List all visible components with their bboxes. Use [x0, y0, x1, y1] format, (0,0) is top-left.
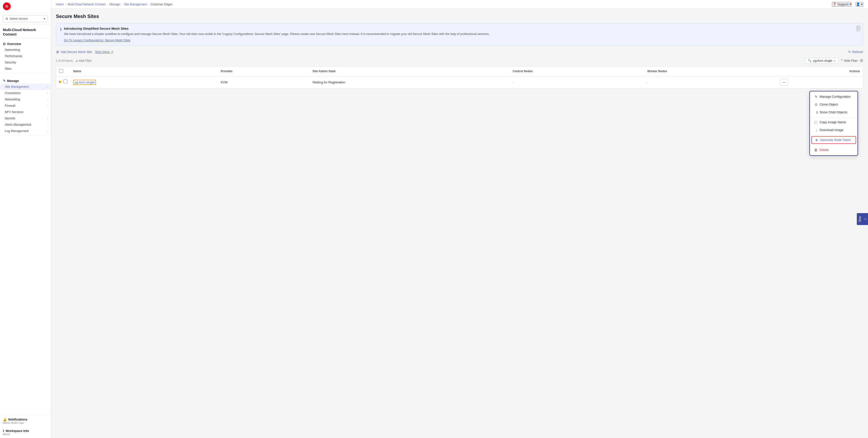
hide-filter-button[interactable]: ⌃ Hide Filter	[840, 59, 858, 63]
table-row: ▶ pg-kvm-single KVM Waiting for Registra…	[56, 76, 863, 88]
breadcrumb-current: Customer Edges	[151, 3, 173, 6]
sidebar-item-firewall[interactable]: Firewall ›	[0, 103, 51, 109]
worker-nodes-column-header: Worker Nodes	[645, 67, 777, 76]
filter-tag: 🔍 pg-kvm-single ×	[805, 58, 838, 64]
sidebar-item-sites[interactable]: Sites	[0, 66, 51, 72]
help-button[interactable]: ? Help	[857, 213, 868, 225]
chevron-up-icon: ⌃	[840, 59, 843, 63]
add-filter-button[interactable]: ⊿ Add Filter	[75, 59, 92, 63]
dropdown-copy-image-name[interactable]: ⬚ Copy Image Name	[810, 119, 858, 126]
row-provider-cell: KVM	[218, 76, 310, 88]
external-link-icon: ↗	[111, 50, 113, 54]
action-bar-right: ↻ Refresh	[848, 50, 863, 54]
sidebar-workspace-info[interactable]: ℹ Workspace Info About	[0, 427, 51, 438]
sidebar-notifications[interactable]: 🔔 Notifications Alerts, Audit Logs	[0, 415, 51, 427]
download-icon: ↓	[814, 128, 818, 132]
actions-column-header: Actions	[777, 67, 863, 76]
dropdown-clone-object[interactable]: ⊙ Clone Object	[810, 101, 858, 108]
action-bar: ⊕ Add Secure Mesh Site Tech Docs ↗ ↻ Ref…	[56, 49, 863, 54]
add-secure-mesh-site-button[interactable]: ⊕ Add Secure Mesh Site	[56, 49, 92, 54]
breadcrumb-sep-3: ›	[121, 3, 122, 6]
overview-header: ⊡ Overview	[0, 40, 51, 47]
dropdown-separator-3	[810, 145, 858, 145]
user-button[interactable]: 👤 ▾	[856, 2, 863, 6]
refresh-icon: ↻	[848, 50, 851, 54]
chevron-down-icon: ▾	[44, 17, 45, 21]
row-expand-icon[interactable]: ▶	[59, 79, 62, 84]
service-selector-button[interactable]: ⊞ Select service ▾	[3, 15, 48, 22]
question-circle-icon: ❓	[833, 2, 836, 6]
support-button[interactable]: ❓ Support ▾	[832, 2, 852, 6]
page-content: Secure Mesh Sites ℹ Introducing Simplifi…	[51, 9, 868, 438]
filter-bar: 1 of 44 items ⊿ Add Filter 🔍 pg-kvm-sing…	[56, 58, 863, 64]
name-column-header: Name	[70, 67, 218, 76]
sidebar-item-networking[interactable]: Networking	[0, 47, 51, 53]
dropdown-manage-configuration[interactable]: ✎ Manage Configuration	[810, 93, 858, 101]
chevron-down-icon-support: ▾	[849, 2, 851, 6]
breadcrumb-site-management[interactable]: Site Management	[124, 3, 147, 6]
info-banner: ℹ Introducing Simplified Secure Mesh Sit…	[56, 23, 863, 46]
sidebar-item-connectors[interactable]: Connectors ›	[0, 90, 51, 96]
help-circle-icon: ?	[863, 218, 867, 220]
sidebar-item-security[interactable]: Security	[0, 59, 51, 66]
sidebar-item-nfv-services[interactable]: NFV Services	[0, 109, 51, 115]
table-container: Name Provider Site Admin State Control N…	[56, 66, 863, 89]
chevron-right-icon-alerts: ›	[47, 124, 48, 126]
nav-divider-2	[0, 135, 51, 135]
dropdown-show-child-objects[interactable]: ℹ Show Child Objects	[810, 108, 858, 116]
clone-icon: ⊙	[814, 103, 818, 106]
sidebar-item-networking-manage[interactable]: Networking ›	[0, 96, 51, 103]
sidebar-item-performance[interactable]: Performance	[0, 53, 51, 59]
sidebar-item-site-management[interactable]: Site Management ›	[0, 83, 51, 90]
dropdown-delete[interactable]: 🗑 Delete	[810, 146, 858, 154]
filter-remove-button[interactable]: ×	[834, 59, 836, 63]
filter-icon: ⊿	[75, 59, 78, 63]
manage-icon: ✎	[3, 79, 6, 82]
banner-link[interactable]: Go To Legacy Configurations: Secure Mesh…	[64, 39, 130, 42]
manage-section: ✎ Manage Site Management › Connectors › …	[0, 76, 51, 138]
sidebar-bottom: 🔔 Notifications Alerts, Audit Logs ℹ Wor…	[0, 415, 51, 438]
banner-close-button[interactable]: ×	[857, 26, 860, 31]
row-worker-nodes-cell: -	[645, 76, 777, 88]
refresh-button[interactable]: ↻ Refresh	[848, 50, 863, 54]
sidebar-item-secrets[interactable]: Secrets ›	[0, 115, 51, 122]
row-actions-button[interactable]: ⋯	[780, 79, 788, 86]
tech-docs-button[interactable]: Tech Docs ↗	[95, 50, 113, 54]
dropdown-separator-1	[810, 117, 858, 117]
breadcrumb-multi-cloud[interactable]: Multi-Cloud Network Connect	[68, 3, 105, 6]
banner-title: Introducing Simplified Secure Mesh Sites	[64, 27, 859, 30]
overview-section: ⊡ Overview Networking Performance Securi…	[0, 39, 51, 76]
filter-count: 1 of 44 items	[56, 59, 73, 63]
app-title: Multi-Cloud Network Connect	[0, 25, 51, 39]
row-control-nodes-cell: -	[510, 76, 644, 88]
search-icon: 🔍	[808, 59, 812, 63]
table-settings-button[interactable]: ⚙	[860, 58, 863, 63]
copy-icon: ⬚	[814, 120, 818, 124]
dropdown-generate-node-token[interactable]: ⊕ Generate Node Token	[811, 136, 856, 144]
dropdown-download-image[interactable]: ↓ Download Image	[810, 126, 858, 134]
logo: f5	[3, 2, 11, 10]
delete-icon: 🗑	[814, 148, 818, 152]
service-selector-label: Select service	[9, 17, 28, 21]
select-all-column	[56, 67, 70, 76]
actions-dropdown-menu: ✎ Manage Configuration ⊙ Clone Object ℹ …	[809, 91, 858, 156]
select-all-checkbox[interactable]	[59, 69, 63, 73]
overview-icon: ⊡	[3, 42, 6, 46]
chevron-down-icon-user: ▾	[861, 2, 863, 6]
sidebar-item-log-management[interactable]: Log Management ›	[0, 128, 51, 134]
breadcrumb-home[interactable]: Home	[56, 3, 64, 6]
banner-text: We have introduced a simpler workflow to…	[64, 32, 859, 36]
row-checkbox[interactable]	[63, 79, 67, 83]
user-icon: 👤	[856, 2, 860, 6]
chevron-right-icon-networking: ›	[47, 98, 48, 101]
chevron-right-icon-site-mgmt: ›	[47, 86, 48, 88]
topbar: Home › Multi-Cloud Network Connect › Man…	[51, 0, 868, 9]
info-banner-content: Introducing Simplified Secure Mesh Sites…	[64, 27, 859, 42]
breadcrumb-manage[interactable]: Manage	[110, 3, 120, 6]
sidebar: f5 ⊞ Select service ▾ Multi-Cloud Networ…	[0, 0, 51, 438]
row-site-admin-state-cell: Waiting for Registration	[310, 76, 510, 88]
page-title: Secure Mesh Sites	[56, 13, 863, 19]
sidebar-item-alerts-management[interactable]: Alerts Management ›	[0, 122, 51, 128]
filter-right: 🔍 pg-kvm-single × ⌃ Hide Filter ⚙	[805, 58, 863, 64]
row-name-link[interactable]: pg-kvm-single	[73, 80, 96, 85]
